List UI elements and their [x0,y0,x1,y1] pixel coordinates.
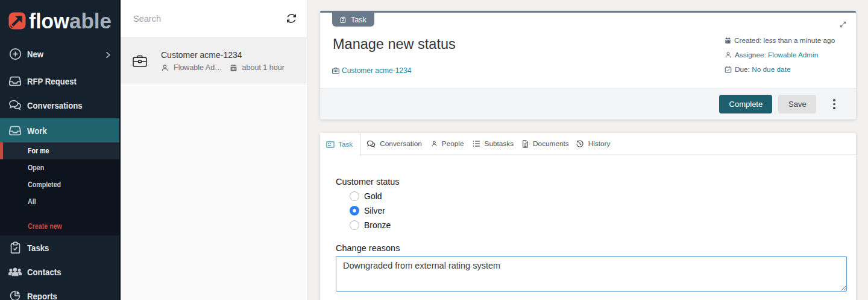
svg-text:flow: flow [29,11,70,31]
svg-text:able: able [69,11,112,31]
